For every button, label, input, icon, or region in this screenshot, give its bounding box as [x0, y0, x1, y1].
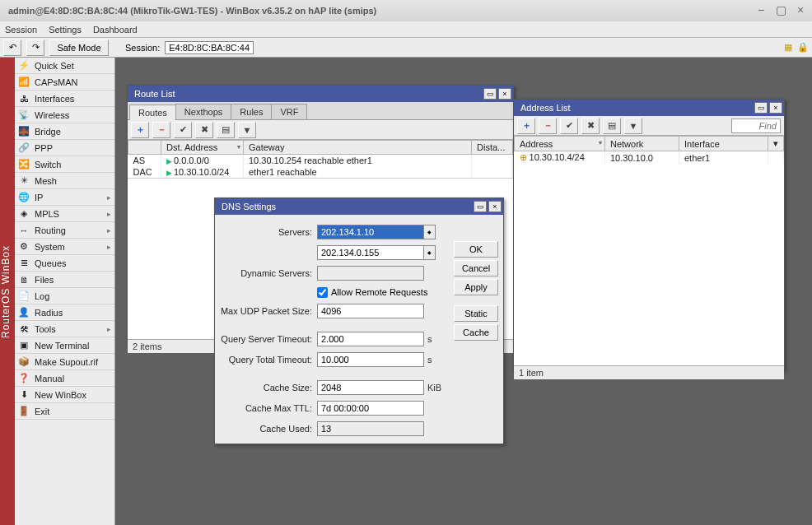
- maxudp-input[interactable]: [317, 304, 424, 318]
- maximize-icon[interactable]: ▢: [774, 3, 787, 16]
- address-list-toolbar: ＋ － ✔ ✖ ▤ ▼: [514, 116, 784, 136]
- menu-icon: 📦: [18, 356, 30, 368]
- cancel-button[interactable]: Cancel: [454, 260, 498, 276]
- qtt-label: Query Total Timeout:: [220, 355, 317, 365]
- route-list-close-icon[interactable]: ×: [498, 88, 511, 100]
- sidebar-item-log[interactable]: 📄 Log: [15, 288, 114, 304]
- menu-label: New WinBox: [35, 390, 86, 400]
- comment-button[interactable]: ▤: [217, 122, 235, 138]
- submenu-chevron-icon: ▸: [107, 193, 111, 202]
- dns-close-icon[interactable]: ×: [488, 201, 502, 212]
- close-icon[interactable]: ×: [794, 3, 807, 16]
- remove-button[interactable]: －: [539, 118, 557, 134]
- tab-rules[interactable]: Rules: [231, 104, 272, 119]
- route-col-flags[interactable]: [128, 141, 161, 155]
- address-table[interactable]: Address▾ Network Interface ▾ ⊕ 10.30.10.…: [514, 136, 784, 164]
- redo-button[interactable]: ↷: [26, 39, 44, 56]
- sidebar-item-make-supout.rif[interactable]: 📦 Make Supout.rif: [15, 354, 114, 370]
- sidebar-item-mpls[interactable]: ◈ MPLS ▸: [15, 206, 114, 222]
- tab-nexthops[interactable]: Nexthops: [175, 104, 231, 119]
- route-list-restore-icon[interactable]: ▭: [483, 88, 497, 100]
- sidebar-item-bridge[interactable]: 🌉 Bridge: [15, 123, 114, 140]
- route-col-dst[interactable]: Dst. Address▾: [161, 141, 244, 155]
- sidebar-item-quick-set[interactable]: ⚡ Quick Set: [15, 58, 114, 74]
- tab-vrf[interactable]: VRF: [271, 104, 307, 119]
- menu-icon: 🌐: [18, 192, 30, 203]
- dns-button-column: OK Cancel Apply Static Cache: [454, 241, 498, 341]
- menu-label: IP: [35, 193, 43, 202]
- menubar-item-settings[interactable]: Settings: [49, 25, 82, 35]
- sidebar-item-ip[interactable]: 🌐 IP ▸: [15, 189, 114, 206]
- remove-button[interactable]: －: [152, 122, 170, 138]
- route-list-tabs: Routes Nexthops Rules VRF: [128, 102, 513, 120]
- address-list-titlebar[interactable]: Address List ▭ ×: [514, 100, 784, 116]
- sidebar-item-queues[interactable]: ≣ Queues: [15, 255, 114, 272]
- sidebar-item-mesh[interactable]: ✳ Mesh: [15, 173, 114, 189]
- filter-button[interactable]: ▼: [238, 122, 256, 138]
- menu-label: Wireless: [35, 110, 69, 120]
- undo-button[interactable]: ↶: [3, 39, 21, 56]
- route-col-dist[interactable]: Dista...: [472, 141, 513, 155]
- sidebar-item-files[interactable]: 🗎 Files: [15, 272, 114, 288]
- tab-routes[interactable]: Routes: [129, 105, 176, 120]
- server2-stepper[interactable]: ◆: [424, 245, 436, 260]
- server1-input[interactable]: [317, 225, 424, 239]
- sidebar-item-manual[interactable]: ❓ Manual: [15, 370, 114, 387]
- cache-button[interactable]: Cache: [454, 324, 498, 341]
- address-list-restore-icon[interactable]: ▭: [754, 102, 768, 114]
- minimize-icon[interactable]: −: [754, 3, 768, 16]
- sidebar-item-exit[interactable]: 🚪 Exit: [15, 403, 114, 420]
- add-button[interactable]: ＋: [131, 122, 149, 138]
- addr-col-address[interactable]: Address▾: [515, 137, 605, 151]
- comment-button[interactable]: ▤: [603, 118, 621, 134]
- menubar-item-session[interactable]: Session: [5, 25, 37, 35]
- static-button[interactable]: Static: [454, 305, 498, 322]
- apply-button[interactable]: Apply: [454, 279, 498, 295]
- filter-button[interactable]: ▼: [624, 118, 642, 134]
- dns-restore-icon[interactable]: ▭: [474, 201, 487, 212]
- safe-mode-button[interactable]: Safe Mode: [49, 39, 109, 56]
- table-row[interactable]: AS▶0.0.0.0/010.30.10.254 reachable ether…: [128, 155, 513, 167]
- addr-col-iface[interactable]: Interface: [679, 137, 768, 151]
- allow-remote-checkbox[interactable]: [317, 287, 328, 298]
- sidebar-item-routing[interactable]: ↔ Routing ▸: [15, 222, 114, 239]
- ok-button[interactable]: OK: [454, 241, 498, 258]
- table-row[interactable]: ⊕ 10.30.10.4/2410.30.10.0ether1: [515, 151, 784, 165]
- submenu-chevron-icon: ▸: [107, 325, 111, 333]
- addr-col-network[interactable]: Network: [605, 137, 679, 151]
- sidebar-item-new-terminal[interactable]: ▣ New Terminal: [15, 337, 114, 354]
- menu-label: PPP: [35, 143, 53, 153]
- sidebar-item-interfaces[interactable]: 🖧 Interfaces: [15, 91, 114, 107]
- sidebar-item-radius[interactable]: 👤 Radius: [15, 304, 114, 321]
- disable-button[interactable]: ✖: [195, 122, 213, 138]
- enable-button[interactable]: ✔: [174, 122, 192, 138]
- route-table[interactable]: Dst. Address▾ Gateway Dista... AS▶0.0.0.…: [128, 140, 513, 178]
- menubar-item-dashboard[interactable]: Dashboard: [93, 25, 138, 35]
- csize-input[interactable]: [317, 380, 424, 395]
- qtt-input[interactable]: [317, 352, 424, 367]
- cttl-input[interactable]: [317, 401, 424, 416]
- add-button[interactable]: ＋: [517, 118, 535, 134]
- disable-button[interactable]: ✖: [581, 118, 600, 134]
- route-list-titlebar[interactable]: Route List ▭ ×: [128, 86, 513, 102]
- menu-label: New Terminal: [35, 341, 89, 351]
- sidebar-item-system[interactable]: ⚙ System ▸: [15, 239, 114, 255]
- server1-stepper[interactable]: ◆: [424, 225, 436, 239]
- sidebar-item-capsman[interactable]: 📶 CAPsMAN: [15, 74, 114, 91]
- sidebar-menu: ⚡ Quick Set 📶 CAPsMAN 🖧 Interfaces 📡 Wir…: [15, 58, 114, 525]
- enable-button[interactable]: ✔: [560, 118, 578, 134]
- sidebar-item-wireless[interactable]: 📡 Wireless: [15, 107, 114, 123]
- address-list-close-icon[interactable]: ×: [769, 102, 782, 114]
- qst-input[interactable]: [317, 332, 424, 346]
- sidebar-item-new-winbox[interactable]: ⬇ New WinBox: [15, 387, 114, 403]
- dns-titlebar[interactable]: DNS Settings ▭ ×: [215, 198, 503, 215]
- server2-input[interactable]: [317, 245, 424, 260]
- menu-icon: ↔: [18, 225, 30, 236]
- addr-col-menu[interactable]: ▾: [768, 137, 784, 151]
- find-input[interactable]: [731, 118, 781, 133]
- table-row[interactable]: DAC▶10.30.10.0/24ether1 reachable: [128, 166, 513, 178]
- sidebar-item-tools[interactable]: 🛠 Tools ▸: [15, 321, 114, 337]
- sidebar-item-switch[interactable]: 🔀 Switch: [15, 156, 114, 173]
- sidebar-item-ppp[interactable]: 🔗 PPP: [15, 140, 114, 156]
- route-col-gw[interactable]: Gateway: [244, 141, 472, 155]
